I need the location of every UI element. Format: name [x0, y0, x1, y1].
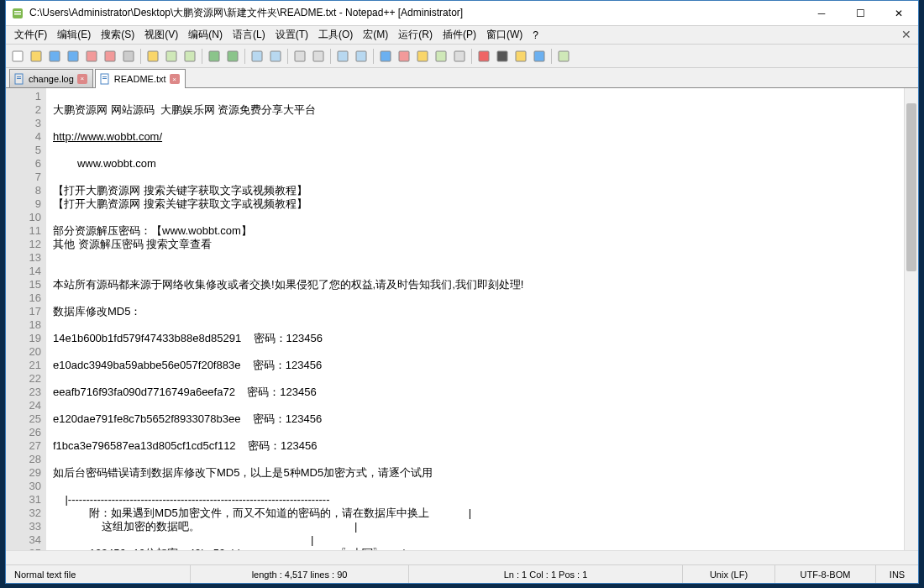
- code-line[interactable]: 123456--10位加密---49ba59abbe 〖小写〗 |: [53, 547, 904, 550]
- allchars-icon[interactable]: [396, 48, 412, 65]
- tab-change-log[interactable]: change.log×: [9, 69, 93, 87]
- menu-l[interactable]: 语言(L): [228, 26, 270, 44]
- menu-s[interactable]: 搜索(S): [96, 26, 139, 44]
- new-icon[interactable]: [9, 48, 26, 65]
- scroll-thumb[interactable]: [906, 103, 916, 271]
- menu-p[interactable]: 插件(P): [438, 26, 481, 44]
- code-line[interactable]: 如后台密码错误请到数据库修改下MD5，以上是5种MD5加密方式，请逐个试用: [53, 466, 904, 480]
- menu-e[interactable]: 编辑(E): [52, 26, 96, 44]
- line-number-gutter: 1234567891011121314151617181920212223242…: [6, 88, 46, 550]
- code-line[interactable]: 其他 资源解压密码 搜索文章查看: [53, 238, 904, 251]
- copy-icon[interactable]: [163, 48, 180, 65]
- code-line[interactable]: [53, 426, 904, 439]
- svg-rect-8: [105, 51, 115, 61]
- url-link[interactable]: http://www.wobbt.com/: [53, 130, 162, 143]
- code-line[interactable]: [53, 399, 904, 412]
- print-icon[interactable]: [120, 48, 137, 65]
- lang-icon[interactable]: [433, 48, 449, 65]
- menu-[interactable]: ?: [528, 28, 543, 43]
- redo-icon[interactable]: [224, 48, 241, 65]
- code-line[interactable]: [53, 211, 904, 224]
- open-icon[interactable]: [28, 48, 45, 65]
- code-view[interactable]: 大鹏资源网 网站源码 大鹏娱乐网 资源免费分享大平台 http://www.wo…: [46, 88, 904, 550]
- svg-rect-11: [166, 51, 176, 61]
- menu-r[interactable]: 运行(R): [393, 26, 438, 44]
- wrap-icon[interactable]: [377, 48, 394, 65]
- code-line[interactable]: www.wobbt.com: [53, 157, 904, 171]
- code-line[interactable]: eeafb716f93fa090d7716749a6eefa72 密码：1234…: [53, 386, 904, 399]
- zoomout-icon[interactable]: [310, 48, 327, 65]
- code-line[interactable]: 大鹏资源网 网站源码 大鹏娱乐网 资源免费分享大平台: [53, 103, 904, 117]
- svg-rect-4: [31, 51, 41, 61]
- vertical-scrollbar[interactable]: [904, 88, 918, 550]
- play-icon[interactable]: [512, 48, 529, 65]
- code-line[interactable]: [53, 117, 904, 130]
- code-line[interactable]: e120dae791fe8c7b5652f8933078b3ee 密码：1234…: [53, 412, 904, 426]
- code-line[interactable]: [53, 144, 904, 157]
- closeall-icon[interactable]: [102, 48, 118, 65]
- find-icon[interactable]: [249, 48, 265, 65]
- tab-README-txt[interactable]: README.txt×: [95, 69, 186, 88]
- code-line[interactable]: |: [53, 533, 904, 547]
- paste-icon[interactable]: [181, 48, 198, 65]
- menu-f[interactable]: 文件(F): [9, 26, 52, 44]
- replace-icon[interactable]: [267, 48, 284, 65]
- menu-w[interactable]: 窗口(W): [481, 26, 528, 44]
- eye-icon[interactable]: [451, 48, 468, 65]
- status-pos: Ln : 1 Col : 1 Pos : 1: [409, 565, 683, 583]
- code-line[interactable]: 部分资源解压密码：【www.wobbt.com】: [53, 224, 904, 238]
- rec-icon[interactable]: [475, 48, 492, 65]
- status-length: length : 4,517 lines : 90: [191, 565, 409, 583]
- sync-h-icon[interactable]: [353, 48, 370, 65]
- tab-close-icon[interactable]: ×: [170, 74, 180, 84]
- saveall-icon[interactable]: [65, 48, 81, 65]
- code-line[interactable]: [53, 453, 904, 466]
- code-line[interactable]: f1bca3e796587ea13d805cf1cd5cf112 密码：1234…: [53, 439, 904, 453]
- code-line[interactable]: 附：如果遇到MD5加密文件，而又不知道的密码的，请在数据库中换上 |: [53, 507, 904, 520]
- code-line[interactable]: [53, 345, 904, 359]
- undo-icon[interactable]: [206, 48, 223, 65]
- code-line[interactable]: 这组加密的数据吧。 |: [53, 520, 904, 533]
- code-line[interactable]: [53, 318, 904, 332]
- code-line[interactable]: [53, 251, 904, 265]
- cut-icon[interactable]: [144, 48, 161, 65]
- zoomin-icon[interactable]: [291, 48, 308, 65]
- menu-v[interactable]: 视图(V): [139, 26, 183, 44]
- code-line[interactable]: http://www.wobbt.com/: [53, 130, 904, 144]
- code-line[interactable]: [53, 372, 904, 386]
- code-line[interactable]: [53, 265, 904, 278]
- stop-icon[interactable]: [494, 48, 511, 65]
- tab-close-icon[interactable]: ×: [77, 74, 87, 84]
- code-line[interactable]: 14e1b600b1fd579f47433b88e8d85291 密码：1234…: [53, 332, 904, 345]
- tabbar: change.log×README.txt×: [6, 68, 918, 88]
- sync-v-icon[interactable]: [334, 48, 351, 65]
- code-line[interactable]: [53, 90, 904, 103]
- minimize-button[interactable]: ─: [802, 1, 841, 25]
- maximize-button[interactable]: ☐: [841, 1, 879, 25]
- code-line[interactable]: [53, 171, 904, 184]
- code-line[interactable]: 【打开大鹏资源网 搜索关键字获取文字或视频教程】: [53, 184, 904, 197]
- menubar-close-icon[interactable]: ✕: [901, 28, 911, 41]
- indent-icon[interactable]: [414, 48, 431, 65]
- doc-icon[interactable]: [555, 48, 572, 65]
- menu-m[interactable]: 宏(M): [358, 26, 393, 44]
- menu-t[interactable]: 设置(T): [270, 26, 313, 44]
- code-line[interactable]: 【打开大鹏资源网 搜索关键字获取文字或视频教程】: [53, 197, 904, 211]
- code-line[interactable]: [53, 291, 904, 305]
- code-line[interactable]: 数据库修改MD5：: [53, 305, 904, 318]
- svg-rect-26: [479, 51, 489, 61]
- horizontal-scrollbar[interactable]: [6, 550, 918, 564]
- menu-o[interactable]: 工具(O): [313, 26, 358, 44]
- playall-icon[interactable]: [531, 48, 548, 65]
- code-line[interactable]: [53, 480, 904, 493]
- menu-n[interactable]: 编码(N): [183, 26, 228, 44]
- code-line[interactable]: e10adc3949ba59abbe56e057f20f883e 密码：1234…: [53, 359, 904, 372]
- save-icon[interactable]: [46, 48, 63, 65]
- toolbar-separator: [551, 49, 552, 64]
- code-line[interactable]: |---------------------------------------…: [53, 493, 904, 507]
- close-icon[interactable]: [83, 48, 100, 65]
- svg-rect-1: [14, 11, 21, 13]
- code-line[interactable]: 本站所有源码都来源于网络收集修改或者交换!如果侵犯了您的权益,请及时告知我们,我…: [53, 278, 904, 291]
- svg-rect-36: [102, 78, 107, 79]
- close-button[interactable]: ✕: [879, 1, 918, 25]
